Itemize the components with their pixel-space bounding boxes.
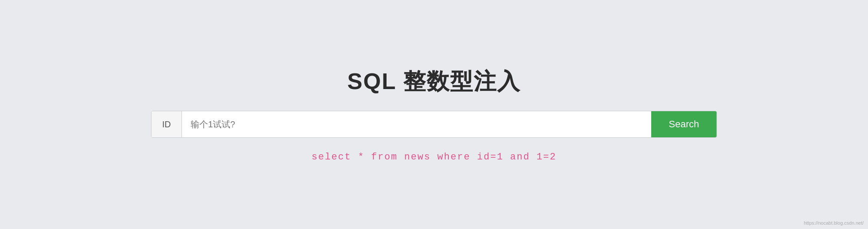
main-container: SQL 整数型注入 ID Search select * from news w… xyxy=(0,66,868,163)
search-input[interactable] xyxy=(182,111,651,137)
id-label: ID xyxy=(151,111,182,137)
page-title: SQL 整数型注入 xyxy=(347,66,521,97)
sql-query-display: select * from news where id=1 and 1=2 xyxy=(312,152,556,163)
search-bar: ID Search xyxy=(151,111,717,138)
watermark: https://nocabt.blog.csdn.net/ xyxy=(804,220,864,226)
search-button[interactable]: Search xyxy=(651,111,717,137)
